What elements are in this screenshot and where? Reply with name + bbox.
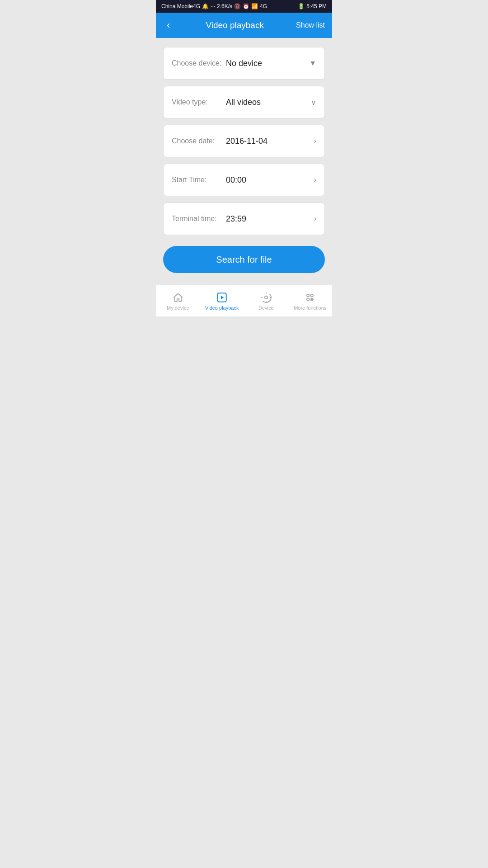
nav-label-my-device: My device	[167, 305, 189, 311]
svg-point-3	[307, 294, 309, 296]
nav-item-my-device[interactable]: My device	[156, 288, 200, 314]
svg-point-2	[265, 296, 268, 299]
svg-marker-1	[221, 295, 224, 299]
svg-point-4	[311, 294, 313, 296]
nav-item-device[interactable]: Device	[244, 288, 288, 314]
video-type-row[interactable]: Video type: All videos ∨	[163, 86, 325, 118]
svg-point-6	[311, 298, 313, 300]
show-list-button[interactable]: Show list	[296, 21, 325, 29]
terminal-time-row[interactable]: Terminal time: 23:59 ›	[163, 203, 325, 235]
video-type-dropdown-icon: ∨	[311, 98, 316, 107]
device-value: No device	[226, 59, 309, 68]
date-label: Choose date:	[172, 137, 226, 145]
device-dropdown-icon: ▼	[309, 59, 316, 67]
device-icon	[260, 292, 272, 303]
start-time-label: Start Time:	[172, 176, 226, 184]
start-time-row[interactable]: Start Time: 00:00 ›	[163, 164, 325, 196]
status-carrier: China Mobile4G 🔔 ··· 2.6K/s 📵 ⏰ 📶 4G	[161, 3, 267, 9]
nav-label-video-playback: Video playback	[205, 305, 239, 311]
date-chevron-icon: ›	[314, 137, 316, 145]
nav-label-device: Device	[258, 305, 274, 311]
terminal-time-label: Terminal time:	[172, 215, 226, 223]
status-bar: China Mobile4G 🔔 ··· 2.6K/s 📵 ⏰ 📶 4G 🔋 5…	[156, 0, 332, 13]
page-title: Video playback	[206, 20, 264, 30]
choose-date-row[interactable]: Choose date: 2016-11-04 ›	[163, 125, 325, 157]
start-time-chevron-icon: ›	[314, 176, 316, 184]
content-area: Choose device: No device ▼ Video type: A…	[156, 38, 332, 285]
date-value: 2016-11-04	[226, 137, 314, 146]
nav-item-more-functions[interactable]: More functions	[288, 288, 333, 314]
terminal-time-chevron-icon: ›	[314, 215, 316, 223]
start-time-value: 00:00	[226, 175, 314, 185]
device-label: Choose device:	[172, 59, 226, 67]
play-icon	[216, 292, 228, 303]
search-file-button[interactable]: Search for file	[163, 246, 325, 273]
back-button[interactable]: ‹	[163, 16, 174, 35]
video-type-value: All videos	[226, 98, 311, 107]
svg-point-5	[307, 298, 309, 300]
more-functions-icon	[304, 292, 316, 303]
terminal-time-value: 23:59	[226, 214, 314, 224]
choose-device-row[interactable]: Choose device: No device ▼	[163, 47, 325, 80]
status-time: 🔋 5:45 PM	[298, 3, 327, 9]
header: ‹ Video playback Show list	[156, 13, 332, 38]
nav-label-more-functions: More functions	[294, 305, 326, 311]
video-type-label: Video type:	[172, 98, 226, 106]
bottom-navigation: My device Video playback Device More fun…	[156, 285, 332, 316]
nav-item-video-playback[interactable]: Video playback	[200, 288, 244, 314]
home-icon	[172, 292, 184, 303]
